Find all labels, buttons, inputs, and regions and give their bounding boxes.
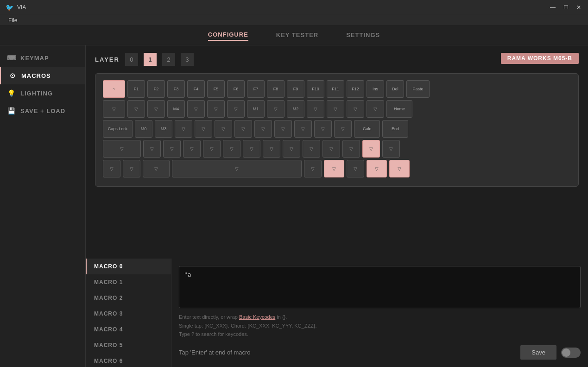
key-r2-13[interactable]: ▽ bbox=[347, 100, 364, 118]
key-r2-6[interactable]: ▽ bbox=[207, 100, 225, 118]
key-r2-5[interactable]: ▽ bbox=[187, 100, 205, 118]
key-r4-1[interactable]: ▽ bbox=[103, 140, 141, 158]
key-f1[interactable]: F1 bbox=[127, 80, 145, 98]
key-m3[interactable]: M3 bbox=[155, 120, 172, 138]
key-r4-12[interactable]: ▽ bbox=[342, 140, 360, 158]
key-space[interactable]: ▽ bbox=[172, 160, 302, 177]
key-r2-7[interactable]: ▽ bbox=[227, 100, 245, 118]
key-row-1: ~ F1 F2 F3 F4 F5 F6 F7 F8 F9 F10 F11 F12… bbox=[103, 80, 571, 98]
key-f8[interactable]: F8 bbox=[267, 80, 285, 98]
macro-item-0[interactable]: MACRO 0 bbox=[86, 259, 171, 274]
key-r4-14[interactable]: ▽ bbox=[382, 140, 400, 158]
key-row-3: Caps Lock M0 M3 ▽ ▽ ▽ ▽ ▽ ▽ ▽ ▽ ▽ Calc E… bbox=[103, 120, 571, 138]
key-r5-6[interactable]: ▽ bbox=[324, 160, 344, 177]
key-r4-9[interactable]: ▽ bbox=[283, 140, 300, 158]
key-f3[interactable]: F3 bbox=[167, 80, 185, 98]
key-r5-3[interactable]: ▽ bbox=[143, 160, 170, 177]
macro-item-6[interactable]: MACRO 6 bbox=[86, 353, 171, 367]
key-f2[interactable]: F2 bbox=[147, 80, 165, 98]
layer-btn-1[interactable]: 1 bbox=[144, 53, 157, 66]
layer-btn-0[interactable]: 0 bbox=[125, 53, 138, 66]
sidebar-item-macros[interactable]: ⊙ MACROS bbox=[0, 67, 85, 84]
key-r5-7[interactable]: ▽ bbox=[347, 160, 364, 177]
key-r2-12[interactable]: ▽ bbox=[327, 100, 344, 118]
window-controls[interactable]: — ☐ ✕ bbox=[549, 4, 582, 11]
maximize-button[interactable]: ☐ bbox=[562, 4, 569, 11]
key-r4-4[interactable]: ▽ bbox=[183, 140, 201, 158]
key-r4-7[interactable]: ▽ bbox=[243, 140, 260, 158]
key-f6[interactable]: F6 bbox=[227, 80, 245, 98]
key-f11[interactable]: F11 bbox=[327, 80, 344, 98]
key-r5-8[interactable]: ▽ bbox=[367, 160, 387, 177]
key-del[interactable]: Del bbox=[386, 80, 404, 98]
macro-item-3[interactable]: MACRO 3 bbox=[86, 306, 171, 322]
key-r3-12[interactable]: ▽ bbox=[334, 120, 352, 138]
key-r5-5[interactable]: ▽ bbox=[304, 160, 322, 177]
close-button[interactable]: ✕ bbox=[575, 4, 582, 11]
key-r3-6[interactable]: ▽ bbox=[215, 120, 232, 138]
key-m1[interactable]: M1 bbox=[247, 100, 265, 118]
macro-help: Enter text directly, or wrap Basic Keyco… bbox=[179, 313, 581, 339]
key-r3-5[interactable]: ▽ bbox=[195, 120, 212, 138]
macro-textarea[interactable] bbox=[179, 266, 581, 308]
macro-item-4[interactable]: MACRO 4 bbox=[86, 322, 171, 337]
key-r5-2[interactable]: ▽ bbox=[123, 160, 140, 177]
key-f5[interactable]: F5 bbox=[207, 80, 225, 98]
key-r2-14[interactable]: ▽ bbox=[367, 100, 384, 118]
key-f12[interactable]: F12 bbox=[347, 80, 364, 98]
key-r5-9[interactable]: ▽ bbox=[389, 160, 410, 177]
layer-btn-2[interactable]: 2 bbox=[162, 53, 175, 66]
key-m2[interactable]: M2 bbox=[287, 100, 304, 118]
tab-configure[interactable]: CONFIGURE bbox=[208, 29, 248, 41]
key-paste[interactable]: Paste bbox=[406, 80, 430, 98]
key-m0[interactable]: M0 bbox=[135, 120, 152, 138]
key-capslock[interactable]: Caps Lock bbox=[103, 120, 133, 138]
key-f4[interactable]: F4 bbox=[187, 80, 205, 98]
key-r5-1[interactable]: ▽ bbox=[103, 160, 120, 177]
key-r4-11[interactable]: ▽ bbox=[322, 140, 340, 158]
key-r3-8[interactable]: ▽ bbox=[254, 120, 272, 138]
key-r4-3[interactable]: ▽ bbox=[163, 140, 181, 158]
key-end[interactable]: End bbox=[382, 120, 408, 138]
key-r4-2[interactable]: ▽ bbox=[143, 140, 161, 158]
key-r4-5[interactable]: ▽ bbox=[203, 140, 221, 158]
enter-toggle[interactable] bbox=[561, 348, 581, 358]
key-f7[interactable]: F7 bbox=[247, 80, 265, 98]
macro-item-1[interactable]: MACRO 1 bbox=[86, 274, 171, 290]
key-r2-11[interactable]: ▽ bbox=[307, 100, 324, 118]
key-r3-7[interactable]: ▽ bbox=[234, 120, 252, 138]
sidebar-item-keymap[interactable]: ⌨ KEYMAP bbox=[0, 49, 85, 67]
toggle-knob bbox=[562, 348, 570, 357]
key-home[interactable]: Home bbox=[386, 100, 412, 118]
key-f9[interactable]: F9 bbox=[287, 80, 304, 98]
keyboard-section: LAYER 0 1 2 3 RAMA WORKS M65-B ~ F1 F2 F… bbox=[86, 45, 588, 259]
tab-key-tester[interactable]: KEY TESTER bbox=[276, 30, 318, 40]
key-r4-10[interactable]: ▽ bbox=[303, 140, 320, 158]
key-r4-6[interactable]: ▽ bbox=[223, 140, 240, 158]
key-r3-11[interactable]: ▽ bbox=[314, 120, 332, 138]
key-r2-3[interactable]: ▽ bbox=[147, 100, 165, 118]
key-tilde[interactable]: ~ bbox=[103, 80, 125, 98]
sidebar-item-save-load[interactable]: 💾 SAVE + LOAD bbox=[0, 102, 85, 120]
key-r2-9[interactable]: ▽ bbox=[267, 100, 285, 118]
key-r2-2[interactable]: ▽ bbox=[127, 100, 145, 118]
key-r4-13[interactable]: ▽ bbox=[362, 140, 380, 158]
layer-btn-3[interactable]: 3 bbox=[181, 53, 194, 66]
tab-settings[interactable]: SETTINGS bbox=[346, 30, 380, 40]
key-r4-8[interactable]: ▽ bbox=[263, 140, 280, 158]
minimize-button[interactable]: — bbox=[549, 4, 556, 11]
macro-item-5[interactable]: MACRO 5 bbox=[86, 337, 171, 353]
key-r3-10[interactable]: ▽ bbox=[294, 120, 312, 138]
key-calc[interactable]: Calc bbox=[354, 120, 380, 138]
key-r3-9[interactable]: ▽ bbox=[274, 120, 292, 138]
save-button[interactable]: Save bbox=[520, 345, 556, 360]
macro-item-2[interactable]: MACRO 2 bbox=[86, 290, 171, 306]
key-ins[interactable]: Ins bbox=[367, 80, 384, 98]
key-r2-1[interactable]: ▽ bbox=[103, 100, 125, 118]
sidebar-item-lighting[interactable]: 💡 LIGHTING bbox=[0, 84, 85, 102]
key-r3-4[interactable]: ▽ bbox=[175, 120, 192, 138]
file-menu[interactable]: File bbox=[6, 16, 20, 25]
basic-keycodes-link[interactable]: Basic Keycodes bbox=[239, 314, 275, 320]
key-f10[interactable]: F10 bbox=[307, 80, 324, 98]
key-m4[interactable]: M4 bbox=[167, 100, 185, 118]
